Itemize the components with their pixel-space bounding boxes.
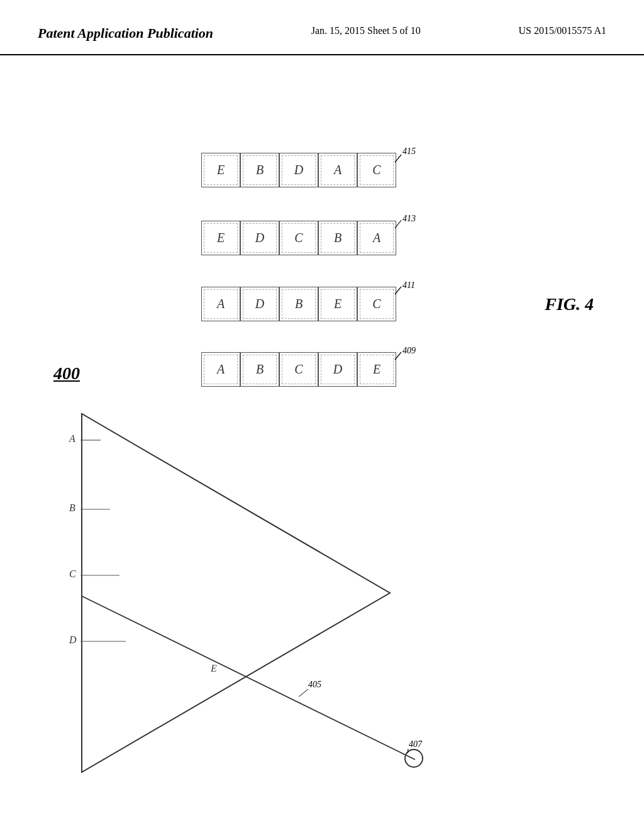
cell-413-1: D bbox=[240, 221, 279, 255]
publication-date-sheet: Jan. 15, 2015 Sheet 5 of 10 bbox=[311, 25, 421, 36]
cell-415-4: C bbox=[357, 153, 396, 187]
cell-409-2: C bbox=[279, 352, 318, 387]
svg-text:407: 407 bbox=[409, 739, 423, 749]
main-content: FIG. 4 400 E B D A C 415 E D C B A 413 A… bbox=[0, 55, 644, 816]
cell-415-2: D bbox=[279, 153, 318, 187]
svg-marker-4 bbox=[82, 414, 390, 772]
svg-text:405: 405 bbox=[308, 680, 321, 689]
cell-409-3: D bbox=[318, 352, 357, 387]
ref-411: 411 bbox=[402, 280, 415, 290]
svg-text:D: D bbox=[69, 634, 77, 645]
cell-413-0: E bbox=[201, 221, 240, 255]
diagram-number: 400 bbox=[53, 363, 80, 384]
cell-413-2: C bbox=[279, 221, 318, 255]
cell-411-2: B bbox=[279, 287, 318, 321]
publication-number: US 2015/0015575 A1 bbox=[518, 25, 606, 36]
row-415: E B D A C bbox=[201, 153, 396, 187]
row-411: A D B E C bbox=[201, 287, 396, 321]
cell-411-0: A bbox=[201, 287, 240, 321]
cell-413-3: B bbox=[318, 221, 357, 255]
row-409: A B C D E bbox=[201, 352, 396, 387]
svg-text:E: E bbox=[210, 663, 217, 673]
cell-411-3: E bbox=[318, 287, 357, 321]
figure-label: FIG. 4 bbox=[545, 294, 594, 314]
svg-text:B: B bbox=[69, 502, 75, 513]
cell-411-4: C bbox=[357, 287, 396, 321]
cell-409-0: A bbox=[201, 352, 240, 387]
row-413: E D C B A bbox=[201, 221, 396, 255]
publication-title: Patent Application Publication bbox=[38, 25, 213, 42]
cell-409-4: E bbox=[357, 352, 396, 387]
svg-text:C: C bbox=[69, 568, 76, 579]
page-header: Patent Application Publication Jan. 15, … bbox=[0, 0, 644, 55]
ref-413: 413 bbox=[402, 214, 416, 224]
ref-415: 415 bbox=[402, 147, 416, 157]
cell-415-1: B bbox=[240, 153, 279, 187]
triangle-diagram: A B C D E 405 407 bbox=[63, 407, 440, 797]
svg-line-19 bbox=[408, 749, 408, 753]
ref-409: 409 bbox=[402, 346, 416, 356]
cell-415-0: E bbox=[201, 153, 240, 187]
cell-413-4: A bbox=[357, 221, 396, 255]
cell-411-1: D bbox=[240, 287, 279, 321]
svg-line-17 bbox=[299, 689, 308, 697]
svg-text:A: A bbox=[69, 433, 75, 444]
svg-line-5 bbox=[82, 596, 415, 760]
cell-409-1: B bbox=[240, 352, 279, 387]
cell-415-3: A bbox=[318, 153, 357, 187]
